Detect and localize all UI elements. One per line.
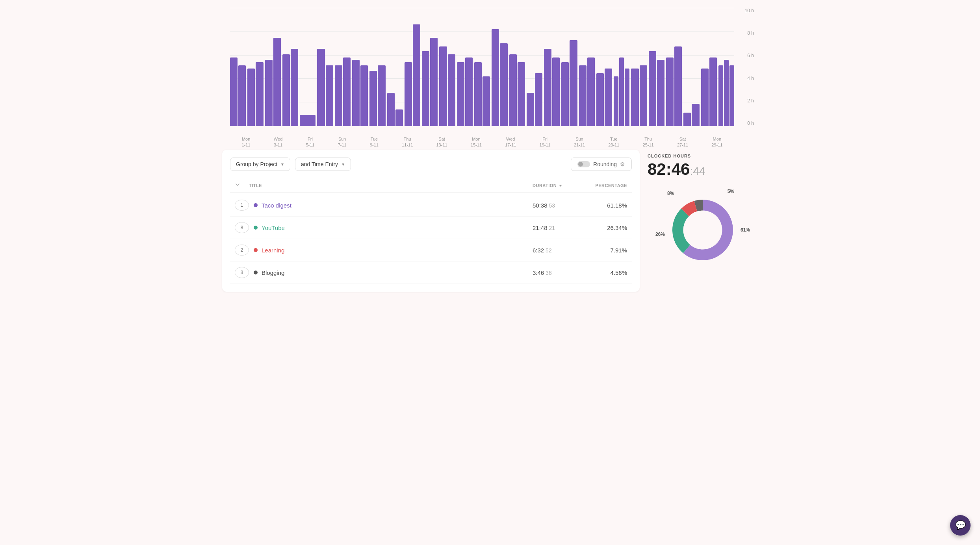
chart-bar (535, 73, 542, 126)
duration-seconds: 38 (544, 270, 551, 276)
chart-bar (474, 62, 482, 126)
bar-group (614, 57, 629, 126)
time-entry-label: and Time Entry (301, 161, 338, 167)
chart-bar (619, 57, 624, 126)
chart-bar (552, 57, 560, 126)
chart-bar (570, 40, 577, 126)
clocked-label: CLOCKED HOURS (648, 154, 758, 158)
x-label: Thu11-11 (402, 136, 413, 148)
clocked-time: 82:46:44 (648, 160, 758, 179)
chart-bar (352, 60, 360, 126)
y-label: 4 h (747, 76, 754, 81)
donut-chart: 61% 26% 8% 5% (659, 187, 746, 273)
bar-group (387, 93, 403, 126)
bar-group (474, 62, 490, 126)
bar-group (317, 49, 333, 126)
chart-bar (387, 93, 395, 126)
bar-group (596, 69, 612, 126)
table-row: 8 YouTube 21:48 21 26.34% (230, 217, 632, 239)
chart-bar (587, 57, 595, 126)
time-entry-dropdown[interactable]: and Time Entry ▼ (295, 158, 351, 171)
title-header: TITLE (249, 183, 533, 188)
rounding-button[interactable]: Rounding ⚙ (571, 158, 632, 171)
y-label: 6 h (747, 53, 754, 58)
duration-seconds: 53 (548, 202, 555, 209)
row-dot (254, 271, 258, 274)
chart-bar (596, 73, 604, 126)
row-duration: 6:32 52 (533, 247, 588, 254)
x-label: Fri5-11 (306, 136, 314, 148)
chart-bar (729, 65, 734, 126)
row-title[interactable]: Learning (262, 247, 533, 254)
bar-group (666, 46, 682, 126)
chart-y-axis: 10 h 8 h 6 h 4 h 2 h 0 h (745, 8, 754, 126)
bar-group (439, 46, 455, 126)
duration-seconds: 21 (548, 225, 555, 231)
bar-group (544, 49, 560, 126)
chart-bar (561, 62, 569, 126)
x-label: Wed17-11 (505, 136, 516, 148)
row-title[interactable]: YouTube (262, 224, 533, 231)
bar-chart: 10 h 8 h 6 h 4 h 2 h 0 h Mon1-11Wed3-11F… (222, 0, 758, 150)
chart-bar (247, 69, 255, 126)
x-label: Tue9-11 (370, 136, 379, 148)
x-label: Sat13-11 (436, 136, 447, 148)
chart-bar (230, 57, 238, 126)
row-dot (254, 248, 258, 252)
x-label: Fri19-11 (540, 136, 551, 148)
chart-bar (282, 54, 290, 126)
chat-icon: 💬 (955, 520, 966, 530)
row-title[interactable]: Blogging (262, 269, 533, 276)
chart-bar (614, 76, 618, 126)
chart-bar (544, 49, 551, 126)
x-label: Sun21-11 (574, 136, 585, 148)
chart-bar (692, 104, 699, 126)
bar-group (683, 104, 699, 126)
bar-group (649, 51, 664, 126)
chat-button[interactable]: 💬 (950, 515, 971, 536)
chart-bar (439, 46, 447, 126)
bar-group (631, 65, 647, 126)
bar-group (718, 60, 734, 126)
bar-group (369, 65, 385, 126)
chart-bar (579, 65, 587, 126)
row-percentage: 4.56% (588, 269, 627, 276)
table-body: 1 Taco digest 50:38 53 61.18% 8 YouTube … (230, 194, 632, 284)
chevron-down-icon: ▼ (280, 162, 284, 167)
chart-bar (666, 57, 674, 126)
left-panel: Group by Project ▼ and Time Entry ▼ Roun… (222, 150, 640, 292)
donut-segment (672, 208, 690, 253)
rounding-label: Rounding (593, 161, 617, 167)
chart-bar (405, 62, 412, 126)
bar-group (701, 57, 717, 126)
chart-bar (509, 54, 517, 126)
chart-bar (500, 43, 507, 126)
row-percentage: 26.34% (588, 224, 627, 231)
chart-bar (238, 65, 246, 126)
bar-group (422, 38, 438, 126)
chevron-down-icon: ▼ (341, 162, 345, 167)
chart-bar (395, 109, 403, 126)
row-number: 8 (235, 222, 249, 233)
chart-bar (465, 57, 473, 126)
bar-group (300, 115, 316, 126)
rounding-toggle (577, 161, 590, 167)
bar-group (335, 57, 351, 126)
group-by-dropdown[interactable]: Group by Project ▼ (230, 158, 290, 171)
donut-label-5: 5% (728, 189, 734, 194)
row-title[interactable]: Taco digest (262, 202, 533, 209)
chart-bar (422, 51, 429, 126)
chart-bar (518, 62, 525, 126)
donut-label-8: 8% (667, 191, 674, 196)
x-label: Wed3-11 (274, 136, 282, 148)
chart-x-labels: Mon1-11Wed3-11Fri5-11Sun7-11Tue9-11Thu11… (230, 136, 734, 148)
y-label: 10 h (745, 8, 754, 13)
chart-bars (230, 8, 734, 126)
bar-group (352, 60, 368, 126)
expand-col (235, 182, 249, 189)
right-panel: CLOCKED HOURS 82:46:44 61% 26% 8% 5% (648, 150, 758, 277)
chart-bar (378, 65, 385, 126)
donut-label-61: 61% (741, 227, 750, 233)
group-by-label: Group by Project (236, 161, 277, 167)
x-label: Thu25-11 (643, 136, 654, 148)
